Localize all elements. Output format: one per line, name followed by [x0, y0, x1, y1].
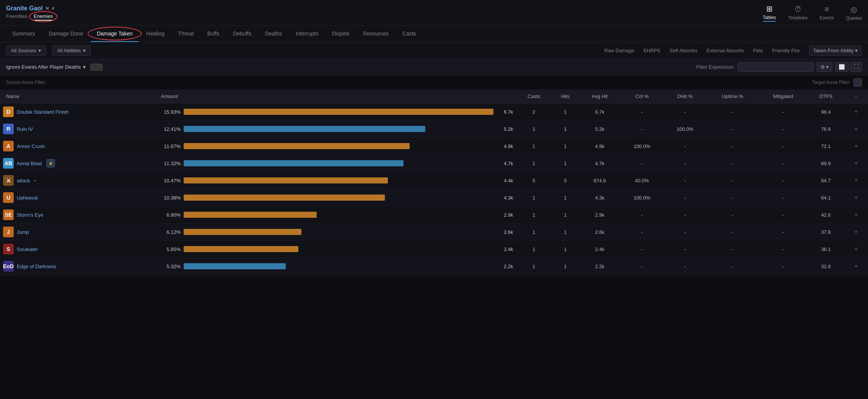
external-absorbs-option[interactable]: External Absorbs — [706, 48, 744, 53]
friendly-fire-option[interactable]: Friendly Fire — [772, 48, 800, 53]
extra-icon-aerial-blast: ⚡ — [46, 159, 55, 167]
avg-hit-upheaval: 4.3k — [579, 189, 621, 206]
fullscreen-button[interactable]: ⛶ — [850, 62, 862, 72]
bar-armor-crush — [184, 143, 493, 149]
ability-name-storms-eye[interactable]: Storm's Eye — [17, 212, 43, 218]
uptime-pct-double-standard-finish: - — [706, 103, 758, 121]
nav-tables[interactable]: ⊞ Tables — [763, 4, 776, 22]
pct-attack: 10.47% — [161, 178, 181, 183]
crit-pct-double-standard-finish: - — [620, 103, 663, 121]
col-mitigated: Mitigated — [759, 90, 808, 103]
amount-value-edge-of-darkness: 2.2k — [496, 264, 513, 269]
col-dtps: DTPS — [808, 90, 844, 103]
tab-friendlies[interactable]: Friendlies — [6, 13, 27, 21]
tab-damage-taken[interactable]: Damage Taken — [91, 26, 139, 42]
crit-pct-armor-crush: 100.0% — [620, 138, 663, 155]
ability-icon-jump: J — [3, 227, 14, 237]
all-abilities-button[interactable]: All Abilities ▾ — [52, 45, 91, 56]
name-cell-souleater: SSouleater — [0, 241, 158, 258]
expand-row-ruin-iv[interactable]: + — [844, 121, 868, 138]
expand-row-attack[interactable]: + — [844, 172, 868, 189]
expand-row-jump[interactable]: + — [844, 224, 868, 241]
crit-pct-storms-eye: - — [620, 206, 663, 224]
uptime-pct-edge-of-darkness: - — [706, 258, 758, 275]
raw-damage-option[interactable]: Raw Damage — [604, 48, 634, 53]
ignore-deaths-toggle[interactable] — [90, 64, 102, 71]
expand-row-upheaval[interactable]: + — [844, 189, 868, 206]
nav-events[interactable]: ≡ Events — [820, 5, 834, 21]
all-sources-button[interactable]: All Sources ▾ — [6, 45, 46, 56]
avg-hit-armor-crush: 4.9k — [579, 138, 621, 155]
dhit-pct-double-standard-finish: - — [663, 103, 706, 121]
amount-cell-souleater: 5.85%2.4k — [158, 241, 516, 258]
ehrps-option[interactable]: EHRPS — [643, 48, 660, 53]
amount-value-ruin-iv: 5.2k — [496, 126, 513, 132]
expand-row-edge-of-darkness[interactable]: + — [844, 258, 868, 275]
tab-dispels[interactable]: Dispels — [326, 26, 356, 42]
uptime-pct-aerial-blast: - — [706, 155, 758, 172]
top-bar-left: Granite Gaol ✕ ▾ Friendlies Enemies — [6, 5, 54, 21]
tab-resources[interactable]: Resources — [357, 26, 395, 42]
chevron-down-icon[interactable]: ▾ — [83, 64, 86, 70]
dtps-storms-eye: 42.6 — [808, 206, 844, 224]
name-cell-armor-crush: AArmor Crush — [0, 138, 158, 155]
table-row: DDouble Standard Finish15.93%6.7k216.7k-… — [0, 103, 868, 121]
expand-row-souleater[interactable]: + — [844, 241, 868, 258]
tab-summary[interactable]: Summary — [6, 26, 41, 42]
nav-queries[interactable]: ◎ Queries — [846, 5, 862, 21]
gear-button[interactable]: ⚙ ▾ — [817, 62, 832, 72]
tab-buffs[interactable]: Buffs — [201, 26, 226, 42]
dhit-pct-jump: - — [663, 224, 706, 241]
pct-armor-crush: 11.67% — [161, 143, 181, 149]
ability-name-aerial-blast[interactable]: Aerial Blast — [17, 161, 42, 166]
uptime-pct-jump: - — [706, 224, 758, 241]
amount-cell-upheaval: 10.38%4.3k — [158, 189, 516, 206]
col-casts: Casts — [516, 90, 552, 103]
tab-casts[interactable]: Casts — [396, 26, 422, 42]
ability-name-edge-of-darkness[interactable]: Edge of Darkness — [17, 264, 56, 269]
ability-name-upheaval[interactable]: Upheaval — [17, 195, 38, 201]
chevron-down-icon[interactable]: ▾ — [52, 6, 54, 11]
pets-option[interactable]: Pets — [753, 48, 763, 53]
col-add[interactable]: + — [844, 90, 868, 103]
tab-damage-done[interactable]: Damage Done — [43, 26, 89, 42]
expand-button[interactable]: ⬜ — [835, 62, 849, 72]
table-row: RRuin IV12.41%5.2k115.2k-100.0%--76.6+ — [0, 121, 868, 138]
view-dropdown[interactable]: Taken From Ability ▾ — [809, 45, 862, 56]
target-aura-icon[interactable] — [854, 78, 862, 87]
casts-attack: 5 — [516, 172, 552, 189]
nav-timelines[interactable]: ⏱ Timelines — [788, 5, 807, 21]
ability-name-ruin-iv[interactable]: Ruin IV — [17, 126, 33, 132]
dropdown-arrow-attack[interactable]: ▾ — [34, 179, 36, 183]
casts-edge-of-darkness: 1 — [516, 258, 552, 275]
ability-name-jump[interactable]: Jump — [17, 229, 29, 235]
tab-enemies[interactable]: Enemies — [34, 13, 53, 21]
tab-threat[interactable]: Threat — [172, 26, 200, 42]
mitigated-ruin-iv: - — [759, 121, 808, 138]
ignore-deaths-label: Ignore Events After Player Deaths ▾ — [6, 64, 86, 70]
auras-right: Target Auras Filter: — [812, 78, 862, 87]
mitigated-double-standard-finish: - — [759, 103, 808, 121]
bar-aerial-blast — [184, 160, 493, 166]
tab-deaths[interactable]: Deaths — [259, 26, 288, 42]
tab-healing[interactable]: Healing — [140, 26, 170, 42]
filter-expression-input[interactable] — [738, 63, 814, 72]
tab-interrupts[interactable]: Interrupts — [290, 26, 324, 42]
expand-row-double-standard-finish[interactable]: + — [844, 103, 868, 121]
bar-double-standard-finish — [184, 109, 493, 115]
tab-debuffs[interactable]: Debuffs — [227, 26, 258, 42]
amount-cell-armor-crush: 11.67%4.9k — [158, 138, 516, 155]
expand-row-aerial-blast[interactable]: + — [844, 155, 868, 172]
pct-ruin-iv: 12.41% — [161, 126, 181, 132]
ability-name-armor-crush[interactable]: Armor Crush — [17, 143, 45, 149]
col-hits: Hits — [551, 90, 579, 103]
expand-row-storms-eye[interactable]: + — [844, 206, 868, 224]
expand-row-armor-crush[interactable]: + — [844, 138, 868, 155]
name-cell-attack: ⚔attack▾ — [0, 172, 158, 189]
self-absorbs-option[interactable]: Self Absorbs — [669, 48, 697, 53]
ability-name-attack[interactable]: attack — [17, 178, 30, 183]
ability-name-double-standard-finish[interactable]: Double Standard Finish — [17, 109, 69, 115]
dhit-pct-ruin-iv: 100.0% — [663, 121, 706, 138]
ability-name-souleater[interactable]: Souleater — [17, 246, 38, 252]
close-instance-button[interactable]: ✕ — [45, 5, 50, 11]
